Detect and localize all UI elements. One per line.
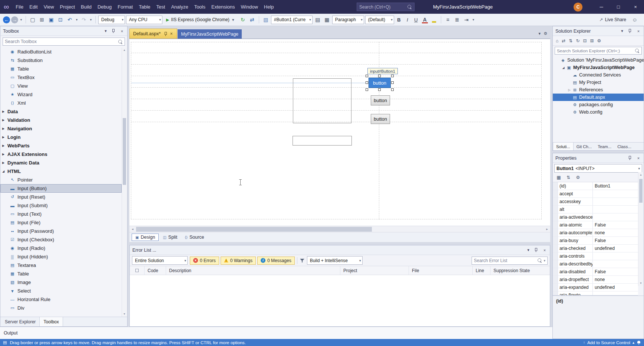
property-value[interactable]: Button1: [593, 182, 638, 190]
font-color-icon[interactable]: [421, 16, 429, 24]
tree-node[interactable]: ⚙ Web.config: [553, 108, 644, 116]
start-debugging-button[interactable]: ▶IIS Express (Google Chrome)▾: [164, 15, 238, 25]
property-value[interactable]: [593, 198, 638, 205]
nav-forward-icon[interactable]: →: [11, 16, 18, 23]
toolbox-tab[interactable]: Toolbox: [39, 317, 63, 326]
window-list-icon[interactable]: ▾: [539, 31, 541, 36]
caret-down-icon[interactable]: ▾: [89, 16, 93, 24]
menu-item[interactable]: Test: [153, 0, 168, 14]
save-all-icon[interactable]: ⊡: [56, 16, 65, 24]
property-value[interactable]: False: [593, 221, 638, 229]
column-header[interactable]: Description: [166, 266, 340, 275]
menu-item[interactable]: Debug: [95, 0, 115, 14]
aria-atomic[interactable]: aria-atomic False: [553, 221, 638, 229]
messages-toggle[interactable]: 0 Messages: [257, 257, 295, 265]
aria-expanded[interactable]: aria-expanded undefined: [553, 284, 638, 291]
alt[interactable]: alt: [553, 206, 638, 213]
accesskey[interactable]: accesskey: [553, 198, 638, 206]
refresh-icon[interactable]: ↻: [239, 16, 247, 24]
categorized-icon[interactable]: ▦: [555, 174, 562, 181]
toolbox-item[interactable]: HTML: [0, 167, 122, 176]
quick-search[interactable]: Search (Ctrl+Q): [357, 3, 415, 11]
menu-item[interactable]: Table: [136, 0, 153, 14]
toolbox-item[interactable]: ▒ Input (Hidden): [0, 252, 122, 261]
feedback-icon[interactable]: ☺: [631, 16, 639, 24]
pin-icon[interactable]: [534, 248, 539, 253]
aria-describedby[interactable]: aria-describedby: [553, 260, 638, 268]
add-to-source-control-button[interactable]: Add to Source Control: [587, 340, 630, 345]
minimize-icon[interactable]: ─: [593, 0, 610, 14]
paragraph-style-combo[interactable]: Paragraph▾: [332, 16, 364, 24]
server-explorer-tab[interactable]: Server Explorer: [1, 317, 39, 326]
text-input-control[interactable]: [293, 136, 352, 146]
aria-activedescendant[interactable]: aria-activedescendant: [553, 213, 638, 221]
toolbox-item[interactable]: ▤ Input (File): [0, 218, 122, 227]
property-value[interactable]: [593, 190, 638, 198]
bell-icon[interactable]: [637, 340, 641, 345]
menu-item[interactable]: Analyze: [168, 0, 191, 14]
toolbox-search-input[interactable]: Search Toolbox: [3, 37, 125, 46]
toolbox-item[interactable]: ▢ View: [0, 82, 122, 90]
pin-icon[interactable]: [628, 156, 633, 161]
collapse-all-icon[interactable]: ⊟: [583, 38, 587, 43]
redo-icon[interactable]: ↷: [80, 16, 88, 24]
close-icon[interactable]: ×: [542, 248, 547, 253]
toolbox-item[interactable]: Dynamic Data: [0, 159, 122, 167]
toolbox-item[interactable]: ⇆ Substitution: [0, 56, 122, 65]
properties-scrollbar[interactable]: ▲ ▼: [638, 172, 643, 286]
user-avatar[interactable]: C: [574, 3, 582, 12]
class-view-tab[interactable]: Class...: [614, 143, 634, 150]
scroll-down-icon[interactable]: ▼: [122, 311, 127, 317]
menu-item[interactable]: Format: [115, 0, 136, 14]
column-header[interactable]: Suppression State: [491, 266, 550, 275]
git-changes-tab[interactable]: Git Ch...: [574, 143, 595, 150]
aria-checked[interactable]: aria-checked undefined: [553, 245, 638, 252]
toolbox-item[interactable]: ▭ Div: [0, 304, 122, 312]
show-all-files-icon[interactable]: ⊞: [590, 38, 594, 43]
toolbox-item[interactable]: ⟨⟩ Xml: [0, 99, 122, 107]
toolbox-item[interactable]: •• Input (Password): [0, 227, 122, 235]
toolbox-item[interactable]: ▭ TextBox: [0, 73, 122, 82]
aria-autocomplete[interactable]: aria-autocomplete none: [553, 229, 638, 237]
error-list-search[interactable]: Search Error List ▾: [472, 257, 548, 265]
aria-flowto[interactable]: aria-flowto: [553, 291, 638, 296]
underline-button[interactable]: U: [412, 16, 420, 24]
toolbox-item[interactable]: ▬ Input (Button): [0, 184, 122, 193]
toolbox-item[interactable]: ◉ RadioButtonList: [0, 48, 122, 56]
toolbox-item[interactable]: Validation: [0, 116, 122, 124]
tree-node[interactable]: ⚙ packages.config: [553, 101, 644, 108]
scrollbar-thumb[interactable]: [123, 118, 126, 185]
close-icon[interactable]: ×: [636, 156, 641, 161]
alphabetical-icon[interactable]: ⇅: [565, 174, 572, 181]
scope-filter-combo[interactable]: Entire Solution ▾: [132, 256, 188, 265]
tree-node[interactable]: ☁ Connected Services: [553, 71, 644, 79]
numbered-list-icon[interactable]: ≣: [453, 16, 461, 24]
bold-button[interactable]: B: [395, 16, 403, 24]
toolbox-item[interactable]: ▦ Table: [0, 270, 122, 278]
target-rule-combo[interactable]: #Button1 (Curre▾: [271, 16, 313, 24]
menu-item[interactable]: Build: [78, 0, 95, 14]
warnings-toggle[interactable]: 0 Warnings: [221, 257, 256, 265]
aria-busy[interactable]: aria-busy False: [553, 237, 638, 245]
platform-combo[interactable]: Any CPU▾: [126, 16, 162, 24]
highlight-icon[interactable]: ▂: [430, 16, 438, 24]
toolbox-item[interactable]: ▤ Textarea: [0, 261, 122, 270]
toolbox-item[interactable]: ↺ Input (Reset): [0, 193, 122, 201]
scroll-right-icon[interactable]: ▸: [544, 226, 550, 232]
menu-item[interactable]: Edit: [26, 0, 40, 14]
property-value[interactable]: [593, 291, 638, 296]
solution-explorer-tab[interactable]: Soluti...: [553, 143, 574, 150]
toolbox-item[interactable]: Navigation: [0, 124, 122, 133]
caret-down-icon[interactable]: ▾: [19, 16, 23, 24]
caret-down-icon[interactable]: ▾: [103, 29, 108, 34]
indent-icon[interactable]: ⇥: [462, 16, 470, 24]
browser-link-icon[interactable]: ⇄: [248, 16, 256, 24]
pin-icon[interactable]: [628, 29, 633, 34]
live-share-button[interactable]: ↗ Live Share: [600, 17, 626, 22]
split-view-tab[interactable]: ◫ Split: [159, 234, 181, 241]
menu-item[interactable]: Help: [261, 0, 277, 14]
wrench-icon[interactable]: ⚙: [575, 174, 581, 181]
(id)[interactable]: (id) Button1: [553, 182, 638, 190]
scroll-up-icon[interactable]: ▲: [638, 172, 643, 177]
toolbox-item[interactable]: WebParts: [0, 141, 122, 150]
